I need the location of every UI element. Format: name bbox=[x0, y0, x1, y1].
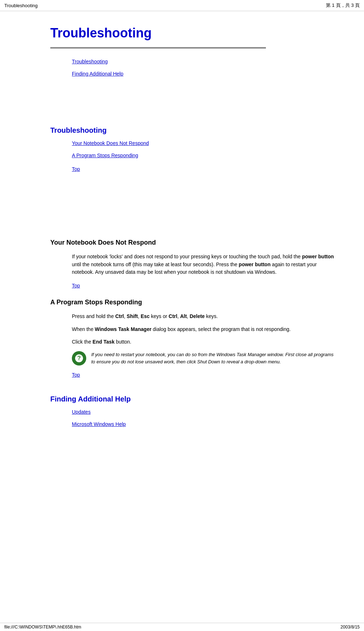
header-bar: Troubleshooting 第 1 頁，共 3 頁 bbox=[0, 0, 364, 11]
note-text: If you need to restart your notebook, yo… bbox=[91, 351, 335, 365]
main-content: Troubleshooting Troubleshooting Finding … bbox=[0, 11, 364, 455]
finding-help-sub-links: Updates Microsoft Windows Help bbox=[50, 409, 335, 427]
spacer-2 bbox=[50, 178, 335, 235]
your-notebook-para: If your notebook 'locks' and does not re… bbox=[50, 253, 335, 276]
page-main-title: Troubleshooting bbox=[50, 26, 335, 41]
top-link-1[interactable]: Top bbox=[72, 283, 80, 289]
toc-link-troubleshooting[interactable]: Troubleshooting bbox=[72, 59, 335, 64]
top-link-container-2: Top bbox=[50, 371, 335, 381]
footer-date: 2003/8/15 bbox=[341, 625, 360, 630]
sub-link-updates[interactable]: Updates bbox=[72, 409, 335, 415]
program-stops-heading: A Program Stops Responding bbox=[50, 299, 335, 306]
program-stops-para-1: Press and hold the Ctrl, Shift, Esc keys… bbox=[50, 313, 335, 321]
program-stops-para-3: Click the End Task button. bbox=[50, 338, 335, 346]
divider bbox=[50, 47, 266, 49]
footer-url: file:///C:\WINDOWS\TEMP\.hhE65B.htm bbox=[4, 625, 81, 630]
top-link-troubleshooting[interactable]: Top bbox=[72, 166, 80, 172]
spacer-1 bbox=[50, 83, 335, 112]
top-link-container-1: Top bbox=[50, 281, 335, 291]
sub-link-program-stops[interactable]: A Program Stops Responding bbox=[72, 153, 335, 158]
program-stops-para-2: When the Windows Task Manager dialog box… bbox=[50, 326, 335, 333]
troubleshooting-section-heading: Troubleshooting bbox=[50, 126, 335, 135]
top-link-2[interactable]: Top bbox=[72, 372, 80, 378]
your-notebook-heading: Your Notebook Does Not Respond bbox=[50, 239, 335, 246]
sub-link-ms-windows-help[interactable]: Microsoft Windows Help bbox=[72, 421, 335, 427]
footer-bar: file:///C:\WINDOWS\TEMP\.hhE65B.htm 2003… bbox=[0, 623, 364, 631]
note-box: If you need to restart your notebook, yo… bbox=[50, 351, 335, 366]
sub-link-notebook-not-respond[interactable]: Your Notebook Does Not Respond bbox=[72, 140, 335, 146]
header-page-info: 第 1 頁，共 3 頁 bbox=[326, 2, 360, 9]
toc-link-finding-additional-help[interactable]: Finding Additional Help bbox=[72, 71, 335, 77]
finding-additional-help-heading: Finding Additional Help bbox=[50, 395, 335, 403]
troubleshooting-sub-links: Your Notebook Does Not Respond A Program… bbox=[50, 140, 335, 175]
toc-section: Troubleshooting Finding Additional Help bbox=[50, 59, 335, 77]
header-title: Troubleshooting bbox=[4, 3, 38, 8]
note-icon bbox=[72, 351, 86, 366]
